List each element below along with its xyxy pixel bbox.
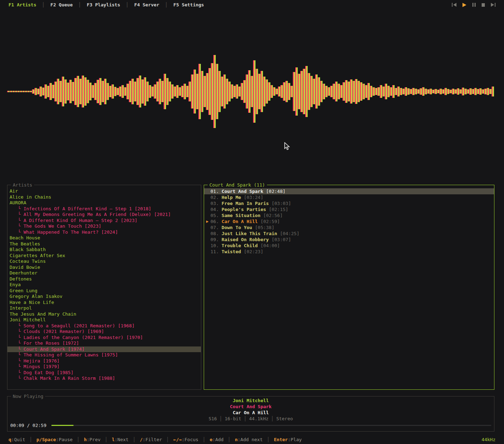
artist-item[interactable]: Alice in Chains bbox=[7, 194, 201, 200]
track-row[interactable]: 04. People's Parties [02:15] bbox=[204, 206, 494, 212]
artist-item[interactable]: Cocteau Twins bbox=[7, 259, 201, 265]
album-item[interactable]: └ Infections Of A Different Kind – Step … bbox=[7, 206, 201, 212]
artist-item[interactable]: Deftones bbox=[7, 276, 201, 282]
now-playing-track: Car On A Hill bbox=[7, 410, 494, 416]
artist-label: Deerhunter bbox=[10, 270, 37, 276]
marker-spacer bbox=[204, 224, 210, 231]
album-label: A Different Kind Of Human – Step 2 [2023… bbox=[23, 218, 137, 223]
track-number: 03. bbox=[210, 200, 219, 206]
tab-f4-server[interactable]: F4 Server bbox=[134, 2, 159, 7]
artist-label: Deftones bbox=[10, 276, 32, 282]
artist-item[interactable]: The Beatles bbox=[7, 241, 201, 247]
stop-icon[interactable] bbox=[482, 3, 485, 7]
format-separator: │ bbox=[241, 416, 249, 421]
marker-spacer bbox=[204, 188, 210, 194]
artist-item[interactable]: Green Lung bbox=[7, 288, 201, 294]
spacer bbox=[219, 200, 221, 206]
statusbar-separator: │ bbox=[29, 437, 32, 442]
album-item[interactable]: └ Clouds (2021 Remaster) [1969] bbox=[7, 329, 201, 335]
artist-item[interactable]: Cigarettes After Sex bbox=[7, 253, 201, 259]
track-duration: [02:23] bbox=[244, 249, 263, 255]
track-row[interactable]: 09. Raised On Robbery [03:07] bbox=[204, 237, 494, 243]
artist-label: Cocteau Twins bbox=[10, 259, 46, 264]
album-item[interactable]: └ Court And Spark [1974] bbox=[7, 346, 201, 353]
album-item[interactable]: └ Mingus [1979] bbox=[7, 364, 201, 370]
track-duration: [03:03] bbox=[272, 200, 291, 206]
artist-item[interactable]: Air bbox=[7, 188, 201, 194]
tab-f3-playlists[interactable]: F3 Playlists bbox=[87, 2, 120, 7]
track-duration: [02:15] bbox=[269, 206, 288, 212]
track-row[interactable]: 01. Court And Spark [02:48] bbox=[204, 188, 494, 194]
track-row[interactable]: 10. Trouble Child [04:00] bbox=[204, 243, 494, 249]
track-title: Just Like This Train bbox=[221, 231, 277, 237]
format-part: 16-bit bbox=[225, 416, 241, 421]
track-row[interactable]: ▶06. Car On A Hill [02:59] bbox=[204, 218, 494, 224]
track-row[interactable]: 08. Just Like This Train [04:25] bbox=[204, 231, 494, 237]
top-tab-bar: F1 Artists│F2 Queue│F3 Playlists│F4 Serv… bbox=[0, 0, 504, 10]
spacer bbox=[277, 231, 280, 237]
track-row[interactable]: 11. Twisted [02:23] bbox=[204, 249, 494, 255]
marker-spacer bbox=[204, 231, 210, 237]
hotkey-key: q bbox=[9, 437, 11, 442]
artist-item[interactable]: Black Sabbath bbox=[7, 247, 201, 253]
artist-label: Beach House bbox=[10, 235, 40, 240]
track-row[interactable]: 07. Down To You [05:38] bbox=[204, 224, 494, 231]
hotkey-key: n bbox=[235, 437, 238, 442]
album-item[interactable]: └ Song to a Seagull (2021 Remaster) [196… bbox=[7, 323, 201, 329]
skip-forward-icon[interactable] bbox=[491, 3, 495, 7]
spacer bbox=[219, 231, 221, 237]
artist-item[interactable]: Enya bbox=[7, 282, 201, 288]
spacer bbox=[219, 194, 221, 200]
tree-branch-glyph: └ bbox=[10, 223, 23, 229]
album-item[interactable]: └ For the Roses [1972] bbox=[7, 340, 201, 346]
album-item[interactable]: └ Dog Eat Dog [1985] bbox=[7, 370, 201, 376]
album-item[interactable]: └ What Happened To The Heart? [2024] bbox=[7, 229, 201, 235]
album-item[interactable]: └ Chalk Mark In A Rain Storm [1988] bbox=[7, 376, 201, 382]
pause-icon[interactable] bbox=[472, 3, 476, 7]
now-playing-artist: Joni Mitchell bbox=[7, 398, 494, 404]
artist-item[interactable]: The Jesus And Mary Chain bbox=[7, 311, 201, 317]
track-number: 11. bbox=[210, 249, 219, 255]
artist-item[interactable]: Deerhunter bbox=[7, 270, 201, 276]
album-item[interactable]: └ The Hissing of Summer Lawns [1975] bbox=[7, 352, 201, 358]
spacer bbox=[219, 243, 221, 249]
track-title: Same Situation bbox=[221, 212, 261, 218]
album-item[interactable]: └ Hejira [1976] bbox=[7, 358, 201, 364]
spacer bbox=[219, 249, 221, 255]
progress-bar-fill bbox=[51, 425, 73, 426]
format-part: S16 bbox=[209, 416, 217, 421]
album-item[interactable]: └ A Different Kind Of Human – Step 2 [20… bbox=[7, 218, 201, 224]
artist-item[interactable]: David Bowie bbox=[7, 265, 201, 271]
artist-item[interactable]: Joni Mitchell bbox=[7, 317, 201, 323]
play-icon[interactable] bbox=[462, 3, 466, 7]
hotkey-colon: : bbox=[288, 437, 291, 442]
artist-item[interactable]: Have a Nice Life bbox=[7, 300, 201, 306]
tab-f5-settings[interactable]: F5 Settings bbox=[174, 2, 204, 7]
artist-item[interactable]: Interpol bbox=[7, 305, 201, 311]
track-row[interactable]: 02. Help Me [03:24] bbox=[204, 194, 494, 200]
format-part: Stereo bbox=[276, 416, 293, 421]
playing-marker-icon: ▶ bbox=[204, 218, 210, 224]
tab-f2-queue[interactable]: F2 Queue bbox=[50, 2, 73, 7]
album-item[interactable]: └ The Gods We Can Touch [2023] bbox=[7, 223, 201, 229]
album-item[interactable]: └ Ladies of the Canyon (2021 Remaster) [… bbox=[7, 335, 201, 341]
track-row[interactable]: 03. Free Man In Paris [03:03] bbox=[204, 200, 494, 206]
artist-item[interactable]: Gregory Alan Isakov bbox=[7, 294, 201, 300]
progress-bar[interactable] bbox=[51, 425, 491, 426]
artists-panel-title: Artists bbox=[11, 182, 34, 188]
album-item[interactable]: └ All My Demons Greeting Me As A Friend … bbox=[7, 212, 201, 218]
artist-label: Cigarettes After Sex bbox=[10, 253, 65, 258]
skip-back-icon[interactable] bbox=[452, 3, 456, 7]
track-row[interactable]: 05. Same Situation [02:56] bbox=[204, 212, 494, 218]
track-duration: [02:59] bbox=[261, 218, 280, 224]
track-title: People's Parties bbox=[221, 206, 266, 212]
hotkey-key: / bbox=[140, 437, 143, 442]
tab-f1-artists[interactable]: F1 Artists bbox=[9, 2, 36, 7]
artist-item[interactable]: AURORA bbox=[7, 200, 201, 206]
hotkey-key: e bbox=[210, 437, 213, 442]
track-duration: [03:24] bbox=[244, 194, 263, 200]
track-title: Help Me bbox=[221, 194, 241, 200]
artist-item[interactable]: Beach House bbox=[7, 235, 201, 241]
hotkey-filter: /:Filter bbox=[140, 437, 162, 442]
album-label: What Happened To The Heart? [2024] bbox=[23, 229, 118, 235]
